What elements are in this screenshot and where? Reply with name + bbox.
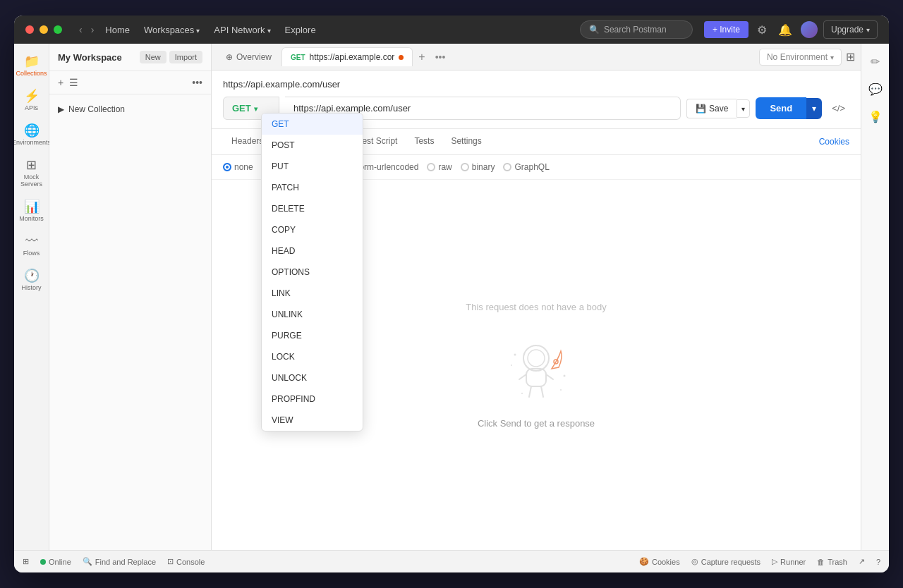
- status-layout-toggle[interactable]: ⊞: [23, 557, 29, 566]
- method-option-lock[interactable]: LOCK: [262, 346, 363, 367]
- method-option-copy[interactable]: COPY: [262, 219, 363, 240]
- send-hint-text: Click Send to get a response: [478, 418, 595, 429]
- sidebar-item-monitors[interactable]: 📊 Monitors: [16, 195, 47, 228]
- bulb-icon[interactable]: 💡: [866, 107, 885, 126]
- status-runner[interactable]: ▷ Runner: [772, 557, 806, 566]
- method-option-unlock[interactable]: UNLOCK: [262, 367, 363, 388]
- add-tab-button[interactable]: +: [414, 49, 429, 65]
- new-button[interactable]: New: [140, 51, 166, 63]
- maximize-button[interactable]: [54, 25, 62, 34]
- send-dropdown-button[interactable]: ▾: [806, 98, 822, 119]
- back-arrow[interactable]: ‹: [79, 24, 83, 35]
- body-opt-raw[interactable]: raw: [427, 162, 452, 172]
- new-collection-item[interactable]: ▶ New Collection: [49, 100, 211, 118]
- titlebar-actions: + Invite ⚙ 🔔 Upgrade: [704, 20, 878, 39]
- save-chevron: [741, 104, 745, 113]
- bell-icon[interactable]: 🔔: [775, 20, 795, 39]
- close-button[interactable]: [25, 25, 34, 34]
- title-bar: ‹ › Home Workspaces API Network Explore …: [14, 16, 889, 44]
- body-opt-binary[interactable]: binary: [461, 162, 495, 172]
- apis-icon: ⚡: [24, 90, 40, 102]
- url-path-display: https://api.example.com/user: [223, 79, 849, 90]
- status-share-icon[interactable]: ↗: [859, 557, 865, 566]
- method-option-post[interactable]: POST: [262, 135, 363, 156]
- method-option-patch[interactable]: PATCH: [262, 177, 363, 198]
- status-find-replace[interactable]: 🔍 Find and Replace: [83, 557, 156, 566]
- send-group: Send ▾: [756, 97, 822, 119]
- filter-icon[interactable]: ☰: [69, 77, 78, 88]
- status-console[interactable]: ⊡ Console: [167, 557, 205, 566]
- tab-tests[interactable]: Tests: [406, 129, 442, 154]
- sidebar-item-environments[interactable]: 🌐 Environments: [16, 118, 47, 152]
- unsaved-dot: [399, 55, 404, 60]
- sidebar-item-flows[interactable]: 〰 Flows: [16, 229, 47, 262]
- save-icon: 💾: [696, 104, 706, 114]
- method-option-head[interactable]: HEAD: [262, 240, 363, 262]
- flows-icon: 〰: [25, 235, 38, 247]
- status-cookies[interactable]: 🍪 Cookies: [639, 557, 680, 566]
- save-button[interactable]: 💾 Save: [686, 99, 737, 118]
- cookies-link[interactable]: Cookies: [819, 137, 849, 147]
- search-bar[interactable]: 🔍 Search Postman: [580, 20, 693, 39]
- import-button[interactable]: Import: [169, 51, 202, 63]
- comment-icon[interactable]: 💬: [866, 80, 885, 99]
- send-button[interactable]: Send: [756, 97, 806, 119]
- method-option-unlink[interactable]: UNLINK: [262, 304, 363, 325]
- minimize-button[interactable]: [40, 25, 48, 34]
- method-chevron: [254, 103, 257, 114]
- edit-icon[interactable]: ✏: [868, 52, 883, 71]
- method-label: GET: [232, 103, 251, 114]
- astronaut-svg: [494, 341, 578, 411]
- avatar[interactable]: [801, 21, 818, 38]
- sidebar-item-collections[interactable]: 📁 Collections: [16, 49, 47, 82]
- save-dropdown-button[interactable]: [737, 99, 750, 118]
- runner-icon: ▷: [772, 557, 777, 566]
- status-help-icon[interactable]: ?: [876, 558, 880, 566]
- active-tab[interactable]: GET https://api.example.cor: [281, 47, 413, 66]
- sidebar-item-mock-servers[interactable]: ⊞ Mock Servers: [16, 153, 47, 193]
- explore-link[interactable]: Explore: [279, 22, 322, 38]
- upgrade-chevron: [866, 25, 870, 35]
- method-option-link[interactable]: LINK: [262, 283, 363, 304]
- overview-icon: ⊕: [226, 52, 233, 62]
- more-options-icon[interactable]: •••: [192, 77, 202, 88]
- method-option-purge[interactable]: PURGE: [262, 325, 363, 346]
- api-network-link[interactable]: API Network: [208, 22, 276, 38]
- method-option-delete[interactable]: DELETE: [262, 198, 363, 219]
- method-option-put[interactable]: PUT: [262, 156, 363, 177]
- body-opt-graphql[interactable]: GraphQL: [503, 162, 549, 172]
- code-button[interactable]: </>: [828, 100, 849, 116]
- svg-line-5: [529, 386, 531, 397]
- invite-button[interactable]: + Invite: [704, 21, 749, 38]
- right-sidebar: ✏ 💬 💡: [861, 44, 889, 550]
- icon-sidebar: 📁 Collections ⚡ APIs 🌐 Environments ⊞ Mo…: [14, 44, 49, 550]
- tab-settings[interactable]: Settings: [442, 129, 490, 154]
- method-option-view[interactable]: VIEW: [262, 410, 363, 431]
- status-capture[interactable]: ◎ Capture requests: [691, 557, 760, 566]
- status-bar: ⊞ Online 🔍 Find and Replace ⊡ Console 🍪 …: [14, 550, 889, 572]
- method-option-get[interactable]: GET: [262, 114, 363, 135]
- sidebar-item-apis[interactable]: ⚡ APIs: [16, 84, 47, 117]
- status-trash[interactable]: 🗑 Trash: [817, 558, 847, 566]
- workspace-title: My Workspace: [58, 52, 122, 63]
- sidebar-item-history[interactable]: 🕐 History: [16, 264, 47, 297]
- tab-overview[interactable]: ⊕ Overview: [217, 48, 280, 66]
- add-collection-icon[interactable]: +: [58, 77, 63, 88]
- collections-toolbar: + ☰ •••: [49, 71, 211, 94]
- environment-dropdown[interactable]: No Environment: [759, 49, 842, 66]
- tab-more-button[interactable]: •••: [431, 50, 450, 64]
- method-dropdown-menu: GET POST PUT PATCH DELETE COPY HEAD OPTI…: [261, 113, 363, 431]
- settings-icon[interactable]: ⚙: [754, 20, 770, 39]
- forward-arrow[interactable]: ›: [91, 24, 95, 35]
- method-option-propfind[interactable]: PROPFIND: [262, 388, 363, 410]
- search-icon: 🔍: [589, 25, 600, 35]
- method-option-options[interactable]: OPTIONS: [262, 262, 363, 283]
- body-opt-none[interactable]: none: [223, 162, 253, 172]
- toolbar-left: + ☰: [58, 77, 78, 88]
- home-link[interactable]: Home: [99, 22, 135, 38]
- workspaces-link[interactable]: Workspaces: [138, 22, 205, 38]
- grid-view-icon[interactable]: ⊞: [846, 50, 855, 63]
- upgrade-button[interactable]: Upgrade: [823, 20, 878, 39]
- svg-point-11: [521, 393, 523, 394]
- workspaces-chevron: [196, 25, 200, 35]
